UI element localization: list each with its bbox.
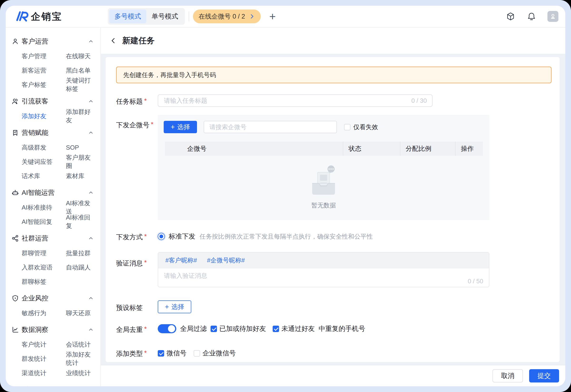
radio-description: 任务按比例依次正常下发且每隔半点执行，确保安全性和公平性 bbox=[200, 232, 373, 241]
sidebar-item[interactable]: 话术库 bbox=[22, 169, 66, 183]
section-title: 系统设置 bbox=[22, 385, 48, 386]
required-asterisk: * bbox=[151, 121, 154, 130]
sidebar-section-community-ops[interactable]: 社群运营 bbox=[11, 233, 94, 244]
chevron-up-icon bbox=[88, 98, 94, 104]
global-filter-toggle[interactable] bbox=[158, 324, 176, 333]
panel-toolbar: + 选择 仅看失效 bbox=[164, 121, 483, 133]
section-title: 引流获客 bbox=[22, 97, 48, 106]
sidebar-item[interactable]: 添加好友统计 bbox=[66, 351, 94, 366]
account-table-header: 企微号 状态 分配比例 操作 bbox=[165, 141, 483, 156]
chevron-up-icon bbox=[88, 39, 94, 44]
field-preset-tag: 预设标签 + 选择 bbox=[116, 300, 552, 313]
field-add-type: 添加类型 * 微信号 企业微信号 bbox=[116, 349, 552, 358]
sidebar-item[interactable]: 关键词打标签 bbox=[66, 78, 94, 92]
sidebar-item[interactable]: 入群欢迎语 bbox=[22, 260, 66, 275]
sidebar-item[interactable]: 在线聊天 bbox=[66, 49, 94, 63]
sidebar-item[interactable]: 自动踢人 bbox=[66, 260, 94, 275]
added-or-pending-checkbox[interactable] bbox=[211, 326, 217, 332]
standard-send-radio[interactable] bbox=[158, 233, 165, 240]
sidebar-section-ai-ops[interactable]: AI智能运营 bbox=[11, 187, 94, 198]
user-avatar[interactable] bbox=[547, 11, 558, 22]
sidebar-item[interactable]: 渠道统计 bbox=[22, 366, 66, 380]
not-passed-checkbox[interactable] bbox=[273, 326, 279, 332]
sidebar-item[interactable]: 黑白名单 bbox=[66, 63, 94, 78]
sidebar: 客户运营 客户管理 在线聊天 新客运营 黑白名单 客户标签 关键词打标签 bbox=[6, 28, 101, 386]
field-label: 下发方式 * bbox=[116, 232, 158, 242]
column-header: 状态 bbox=[343, 141, 400, 156]
tab-multi-account-mode[interactable]: 多号模式 bbox=[109, 10, 146, 23]
sidebar-section-risk-control[interactable]: 企业风控 bbox=[11, 293, 94, 304]
required-asterisk: * bbox=[144, 233, 147, 242]
sidebar-item[interactable]: 客户统计 bbox=[22, 337, 66, 351]
online-account-label: 在线企微号 0 / 2 bbox=[199, 12, 245, 21]
required-asterisk: * bbox=[144, 97, 147, 106]
back-icon[interactable] bbox=[110, 37, 117, 44]
verify-message-textarea[interactable] bbox=[158, 268, 489, 287]
tab-single-account-mode[interactable]: 单号模式 bbox=[146, 10, 184, 23]
section-title: 社群运营 bbox=[22, 234, 48, 243]
chart-icon bbox=[11, 326, 19, 334]
sidebar-item[interactable]: AI标准接待 bbox=[22, 200, 66, 215]
sidebar-item[interactable]: 敏感行为 bbox=[22, 306, 66, 320]
sidebar-item[interactable]: 新客运营 bbox=[22, 63, 66, 78]
sidebar-item[interactable]: 关键词应答 bbox=[22, 154, 66, 169]
section-items: 群聊管理 批量拉群 入群欢迎语 自动踢人 群聊标签 bbox=[22, 246, 94, 289]
token-account-nickname[interactable]: #企微号昵称# bbox=[207, 256, 245, 265]
sidebar-item[interactable]: 会话统计 bbox=[66, 337, 94, 351]
radio-label: 标准下发 bbox=[169, 232, 195, 241]
token-customer-nickname[interactable]: #客户昵称# bbox=[165, 256, 197, 265]
only-invalid-checkbox[interactable] bbox=[344, 124, 350, 130]
cancel-button[interactable]: 取消 bbox=[492, 369, 523, 382]
dedup-suffix: 中重复的手机号 bbox=[319, 324, 365, 333]
char-counter: 0 / 30 bbox=[411, 97, 427, 104]
sidebar-section-marketing[interactable]: 营销赋能 bbox=[11, 127, 94, 138]
sidebar-section-customer-ops[interactable]: 客户运营 bbox=[11, 36, 94, 47]
sidebar-item[interactable]: 群发统计 bbox=[22, 351, 66, 366]
share-icon bbox=[11, 235, 19, 242]
apps-cube-icon[interactable] bbox=[506, 12, 515, 21]
sidebar-item[interactable]: SOP bbox=[66, 140, 94, 154]
sidebar-item[interactable]: 高级群发 bbox=[22, 140, 66, 154]
sidebar-item[interactable]: 添加群好友 bbox=[66, 109, 94, 123]
sidebar-item[interactable]: 客户标签 bbox=[22, 78, 66, 92]
sidebar-item-add-friend[interactable]: 添加好友 bbox=[22, 109, 66, 123]
column-header: 分配比例 bbox=[400, 141, 455, 156]
checkbox-label: 已加或待加好友 bbox=[219, 324, 266, 333]
sidebar-item[interactable]: 批量拉群 bbox=[66, 246, 94, 260]
select-account-button[interactable]: + 选择 bbox=[164, 121, 197, 133]
sidebar-item[interactable]: 客户管理 bbox=[22, 49, 66, 63]
topbar: 企销宝 多号模式 单号模式 在线企微号 0 / 2 + bbox=[6, 6, 565, 28]
sidebar-item[interactable]: 业绩统计 bbox=[66, 366, 94, 380]
online-account-pill[interactable]: 在线企微号 0 / 2 bbox=[193, 10, 261, 23]
field-send-mode: 下发方式 * 标准下发 任务按比例依次正常下发且每隔半点执行，确保安全性和公平性 bbox=[116, 232, 552, 242]
sidebar-section-system-settings[interactable]: 系统设置 bbox=[11, 384, 94, 386]
sidebar-item[interactable]: 群聊管理 bbox=[22, 246, 66, 260]
account-search-input[interactable] bbox=[204, 121, 337, 133]
section-title: AI智能运营 bbox=[22, 188, 55, 197]
section-items: 客户统计 会话统计 群发统计 添加好友统计 渠道统计 业绩统计 bbox=[22, 337, 94, 380]
sidebar-item[interactable]: AI标准发送 bbox=[66, 200, 94, 215]
sidebar-item[interactable]: AI标准回复 bbox=[66, 215, 94, 229]
sidebar-section-lead-acquisition[interactable]: 引流获客 bbox=[11, 96, 94, 107]
select-tag-button[interactable]: + 选择 bbox=[158, 300, 191, 313]
section-title: 数据洞察 bbox=[22, 325, 48, 334]
sidebar-item[interactable]: 客户朋友圈 bbox=[66, 154, 94, 169]
enterprise-wechat-checkbox[interactable] bbox=[194, 350, 200, 357]
verify-message-box: #客户昵称# #企微号昵称# 0 / 50 bbox=[158, 252, 489, 287]
sidebar-item[interactable]: 素材库 bbox=[66, 169, 94, 183]
sidebar-item[interactable]: 聊天还原 bbox=[66, 306, 94, 320]
add-tab-button[interactable]: + bbox=[269, 11, 276, 22]
add-type-control: 微信号 企业微信号 bbox=[158, 349, 236, 358]
sidebar-section-data-insight[interactable]: 数据洞察 bbox=[11, 324, 94, 335]
sidebar-item[interactable]: 群聊标签 bbox=[22, 275, 66, 289]
app-window: 企销宝 多号模式 单号模式 在线企微号 0 / 2 + bbox=[6, 6, 565, 386]
submit-button[interactable]: 提交 bbox=[529, 369, 559, 382]
task-title-input[interactable] bbox=[158, 94, 432, 107]
notification-bell-icon[interactable] bbox=[527, 12, 536, 21]
required-asterisk: * bbox=[144, 259, 147, 268]
wechat-checkbox[interactable] bbox=[158, 350, 164, 357]
app-title: 企销宝 bbox=[31, 10, 62, 23]
sidebar-item[interactable]: AI智能回复 bbox=[22, 215, 66, 229]
field-label: 全局去重 * bbox=[116, 324, 158, 334]
chevron-up-icon bbox=[88, 190, 94, 196]
